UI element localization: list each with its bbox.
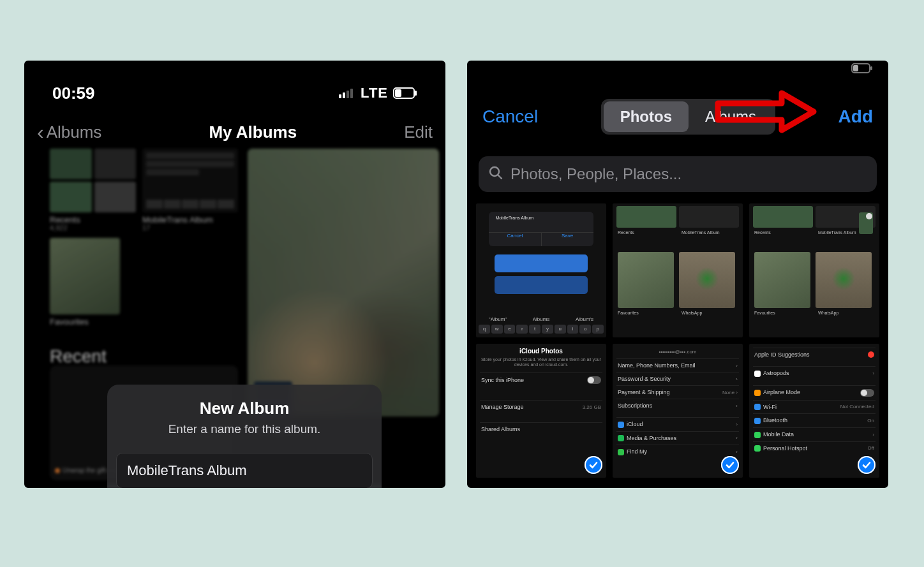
search-icon: [489, 166, 503, 182]
svg-rect-0: [339, 94, 341, 98]
status-time: 00:59: [52, 84, 95, 103]
photo-cell-4[interactable]: iCloud Photos Store your photos in iClou…: [476, 344, 606, 478]
search-placeholder: Photos, People, Places...: [510, 165, 682, 183]
status-right: LTE: [339, 85, 417, 101]
checkmark-icon: [585, 456, 602, 474]
recents-count: 4,922: [50, 224, 68, 232]
checkmark-icon: [721, 456, 739, 474]
nav-bar: ‹ Albums My Albums Edit: [24, 107, 445, 149]
svg-rect-1: [343, 92, 345, 98]
photo-cell-5[interactable]: •••••••••@•••.com Name, Phone Numbers, E…: [613, 344, 743, 478]
new-album-dialog: New Album Enter a name for this album. C…: [107, 385, 382, 488]
favourites-thumb[interactable]: [50, 238, 120, 314]
svg-rect-8: [870, 66, 872, 70]
albums-content: Recents 4,922 MobileTrans Album 17 Favou…: [24, 149, 445, 480]
battery-icon: [393, 87, 417, 99]
mt-album-count: 17: [142, 224, 150, 232]
photo-cell-3[interactable]: Recents MobileTrans Album Favourites Wha…: [749, 203, 879, 337]
battery-icon: [851, 63, 873, 82]
svg-rect-9: [853, 65, 858, 71]
screen-new-album: 00:59 LTE ‹ Albums My Albums Edit: [24, 61, 445, 488]
photo-cell-1[interactable]: MobileTrans Album CancelSave "Album" Alb…: [476, 203, 606, 337]
photo-cell-2[interactable]: Recents MobileTrans Album Favourites Wha…: [613, 203, 743, 337]
svg-rect-3: [350, 89, 353, 98]
screen-photo-picker: Cancel Photos Albums Add Photos, People,…: [467, 61, 888, 488]
svg-rect-2: [346, 91, 349, 98]
cancel-button[interactable]: Cancel: [479, 107, 538, 127]
edit-button[interactable]: Edit: [404, 122, 433, 142]
nav-title: My Albums: [209, 122, 297, 142]
picker-header: Cancel Photos Albums Add: [479, 91, 877, 142]
favourites-label: Favourites: [50, 317, 89, 327]
back-button[interactable]: ‹ Albums: [37, 122, 101, 142]
status-bar: 00:59 LTE: [24, 61, 445, 107]
segment-photos[interactable]: Photos: [604, 101, 689, 132]
mt-album-label: MobileTrans Album: [142, 215, 213, 225]
big-photo-thumb[interactable]: [248, 149, 439, 416]
dialog-subtitle: Enter a name for this album.: [119, 422, 370, 436]
svg-rect-5: [415, 91, 417, 96]
photo-grid: MobileTrans Album CancelSave "Album" Alb…: [476, 203, 879, 478]
mobiletrans-album-thumb[interactable]: [142, 149, 238, 212]
search-field[interactable]: Photos, People, Places...: [479, 156, 877, 192]
big-recent-label: Recent: [50, 346, 107, 367]
chevron-left-icon: ‹: [37, 122, 44, 142]
segment-albums[interactable]: Albums: [689, 101, 773, 132]
recents-thumb[interactable]: [50, 149, 136, 212]
status-network: LTE: [361, 85, 388, 101]
dialog-title: New Album: [119, 399, 370, 418]
recents-label: Recents: [50, 215, 80, 225]
back-label: Albums: [47, 122, 102, 142]
add-button[interactable]: Add: [838, 107, 877, 127]
album-name-input[interactable]: [116, 453, 373, 488]
status-bar-partial: [467, 63, 888, 82]
checkmark-icon: [858, 456, 876, 474]
appleid-email: •••••••••@•••.com: [616, 349, 739, 355]
segment-control: Photos Albums: [601, 99, 775, 135]
photo-cell-6[interactable]: Apple ID Suggestions Astropods› Airplane…: [749, 344, 879, 478]
svg-line-11: [498, 175, 502, 179]
cellular-signal-icon: [339, 88, 355, 98]
svg-rect-6: [395, 89, 401, 97]
